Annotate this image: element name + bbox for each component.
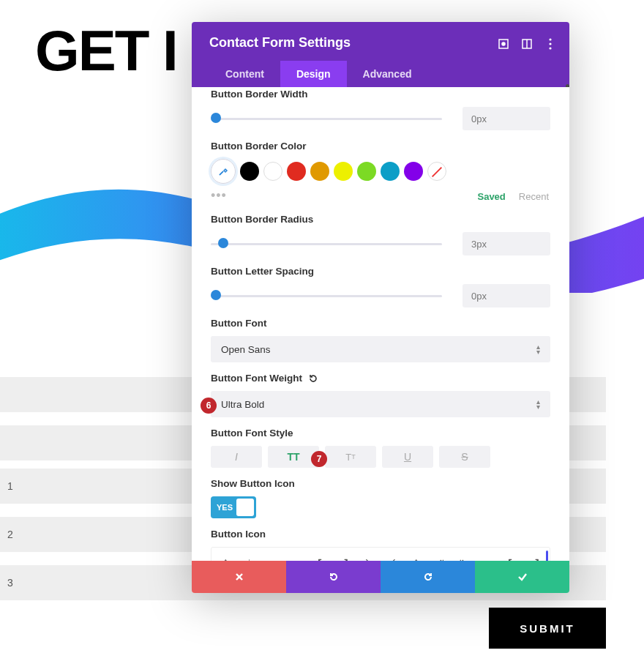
svg-point-6 (549, 47, 551, 49)
svg-point-4 (549, 38, 551, 40)
kebab-menu-icon[interactable] (544, 38, 556, 50)
swatch-white[interactable] (263, 162, 282, 181)
smallcaps-button[interactable]: TT (325, 446, 376, 468)
swatch-black[interactable] (240, 162, 259, 181)
border-width-input[interactable]: 0px (463, 107, 550, 130)
swatch-yellow[interactable] (334, 162, 353, 181)
swatch-tab-recent[interactable]: Recent (519, 191, 549, 202)
more-swatches-icon[interactable]: ••• (211, 188, 227, 204)
chevron-updown-icon: ▴▾ (536, 399, 540, 409)
font-style-label: Button Font Style (211, 428, 550, 439)
svg-point-5 (549, 42, 551, 45)
font-value: Open Sans (221, 344, 271, 355)
tab-design[interactable]: Design (280, 61, 347, 87)
letter-spacing-slider[interactable] (211, 294, 442, 298)
svg-point-1 (502, 42, 505, 45)
icon-scrollbar[interactable] (546, 551, 548, 562)
swatch-red[interactable] (287, 162, 306, 181)
letter-spacing-label: Button Letter Spacing (211, 266, 550, 277)
reset-icon[interactable] (308, 373, 318, 384)
font-weight-select[interactable]: Ultra Bold ▴▾ (211, 391, 550, 417)
panel-body: Button Border Width 0px Button Border Co… (192, 87, 569, 562)
tabs: Content Design Advanced (209, 61, 552, 87)
show-icon-toggle[interactable]: YES (211, 496, 256, 518)
font-weight-value: Ultra Bold (221, 399, 264, 410)
tab-advanced[interactable]: Advanced (347, 61, 428, 87)
letter-spacing-input[interactable]: 0px (463, 284, 550, 307)
border-radius-label: Button Border Radius (211, 214, 550, 225)
expand-icon[interactable] (498, 38, 509, 50)
redo-button[interactable] (381, 561, 475, 593)
row-label: 1 (7, 480, 13, 492)
icon-picker: ↑↓←→↖↗↘↙↕⇥⇤↔↖↗⤡⤢✥˄˅‹›︽︾«»⊙⊘⊖⊕⊗⊜«»▴▾◂▸⊛⊚◉… (211, 547, 550, 562)
show-icon-label: Show Button Icon (211, 478, 550, 489)
swatch-green[interactable] (357, 162, 376, 181)
font-style-buttons: I TT TT U S (211, 446, 550, 468)
italic-button[interactable]: I (211, 446, 262, 468)
border-radius-slider[interactable] (211, 242, 442, 246)
row-label: 3 (7, 577, 13, 589)
settings-panel: Contact Form Settings Content Design Adv… (192, 22, 569, 593)
row-label: 2 (7, 529, 13, 540)
submit-button[interactable]: SUBMIT (489, 608, 606, 649)
swatch-orange[interactable] (310, 162, 329, 181)
columns-icon[interactable] (521, 38, 533, 50)
swatch-none[interactable] (427, 162, 446, 181)
chevron-updown-icon: ▴▾ (536, 344, 540, 354)
underline-button[interactable]: U (382, 446, 433, 468)
button-icon-label: Button Icon (211, 529, 550, 540)
swatch-teal[interactable] (381, 162, 400, 181)
undo-button[interactable] (286, 561, 381, 593)
border-width-slider[interactable] (211, 116, 442, 121)
panel-footer (192, 561, 569, 593)
font-weight-label: Button Font Weight (211, 373, 550, 384)
callout-7: 7 (311, 451, 327, 467)
strikethrough-button[interactable]: S (439, 446, 490, 468)
swatch-purple[interactable] (404, 162, 423, 181)
confirm-button[interactable] (475, 561, 569, 593)
border-color-label: Button Border Color (211, 141, 550, 152)
font-label: Button Font (211, 318, 550, 329)
eyedropper-icon[interactable] (211, 159, 236, 184)
swatch-tab-saved[interactable]: Saved (477, 191, 505, 202)
color-swatches (211, 159, 550, 184)
border-radius-input[interactable]: 3px (463, 232, 550, 255)
page-title: GET I (35, 18, 177, 84)
tab-content[interactable]: Content (209, 61, 280, 87)
callout-6: 6 (201, 398, 217, 414)
font-select[interactable]: Open Sans ▴▾ (211, 336, 550, 362)
cancel-button[interactable] (192, 561, 286, 593)
panel-header: Contact Form Settings Content Design Adv… (192, 22, 569, 87)
border-width-label: Button Border Width (211, 89, 550, 100)
